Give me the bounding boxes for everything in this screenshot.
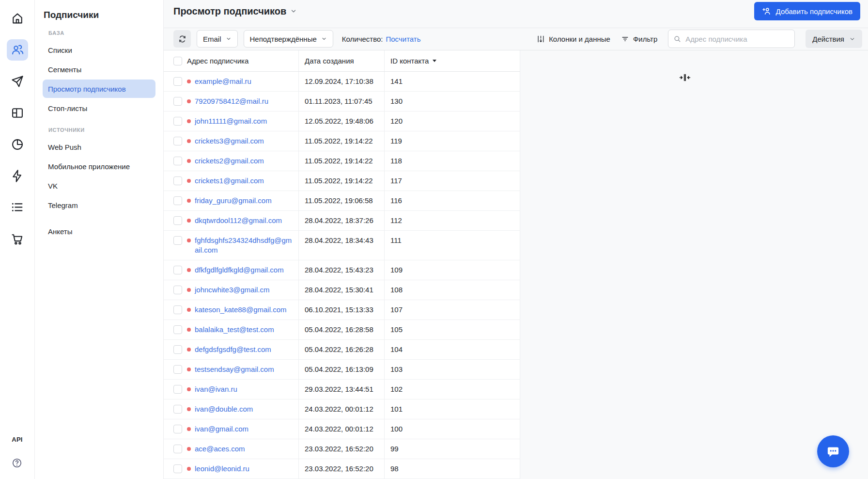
actions-button[interactable]: Действия xyxy=(806,30,862,48)
chat-bubble-icon xyxy=(825,443,841,460)
status-dot xyxy=(187,328,191,332)
status-dot xyxy=(187,427,191,431)
toolbar-right: Колонки и данные Фильтр Действия xyxy=(537,30,862,48)
sidebar-item-surveys[interactable]: Анкеты xyxy=(43,222,155,240)
row-checkbox[interactable] xyxy=(173,325,182,334)
chat-fab-button[interactable] xyxy=(817,435,849,467)
add-subscribers-button[interactable]: Добавить подписчиков xyxy=(754,2,860,20)
table-row: ivan@double.com 24.03.2022, 00:01:12 101 xyxy=(164,399,520,419)
row-checkbox[interactable] xyxy=(173,345,182,354)
api-link[interactable]: API xyxy=(12,436,22,443)
subscriber-email-link[interactable]: ace@aces.com xyxy=(195,444,245,454)
sidebar-item-segments[interactable]: Сегменты xyxy=(43,60,155,79)
contact-id-cell: 118 xyxy=(385,151,520,171)
contact-id-cell: 111 xyxy=(385,231,520,260)
subscriber-email-link[interactable]: john11111@gmail.com xyxy=(195,116,267,126)
row-checkbox[interactable] xyxy=(173,305,182,314)
sidebar-item-lists[interactable]: Списки xyxy=(43,41,155,59)
select-all-checkbox[interactable] xyxy=(173,57,182,65)
sidebar-item-web-push[interactable]: Web Push xyxy=(43,138,155,156)
subscriber-email-link[interactable]: ivan@gmail.com xyxy=(195,424,248,434)
column-header-id[interactable]: ID контакта xyxy=(390,56,436,66)
subscriber-email-link[interactable]: dfkfgdlfgldfkgld@gmail.com xyxy=(195,265,284,275)
subscriber-cell: crickets2@gmail.com xyxy=(164,151,299,171)
cart-icon[interactable] xyxy=(7,228,28,250)
table-row: crickets2@gmail.com 11.05.2022, 19:14:22… xyxy=(164,151,520,171)
subscriber-email-link[interactable]: ivan@double.com xyxy=(195,404,253,414)
subscriber-email-link[interactable]: crickets2@gmail.com xyxy=(195,156,264,166)
row-checkbox[interactable] xyxy=(173,176,182,185)
subscriber-email-link[interactable]: johncwhite3@gmail.cm xyxy=(195,285,269,295)
subscriber-cell: dfkfgdlfgldfkgld@gmail.com xyxy=(164,260,299,280)
row-checkbox[interactable] xyxy=(173,286,182,294)
home-icon[interactable] xyxy=(7,8,28,29)
subscriber-email-link[interactable]: kateson_kate88@gmail.com xyxy=(195,305,287,315)
sidebar-item-mobile-app[interactable]: Мобильное приложение xyxy=(43,157,155,176)
refresh-button[interactable] xyxy=(173,30,191,48)
subscriber-email-link[interactable]: friday_guru@gmail.com xyxy=(195,196,272,206)
page-title-dropdown[interactable]: Просмотр подписчиков xyxy=(173,6,297,17)
columns-and-data-button[interactable]: Колонки и данные xyxy=(537,35,610,43)
row-checkbox[interactable] xyxy=(173,97,182,106)
created-date-cell: 28.04.2022, 18:34:43 xyxy=(299,231,385,260)
subscribers-icon[interactable] xyxy=(7,39,28,61)
row-checkbox[interactable] xyxy=(173,216,182,225)
status-dot xyxy=(187,199,191,203)
send-icon[interactable] xyxy=(7,71,28,92)
subscriber-email-link[interactable]: balalaika_test@test.com xyxy=(195,325,274,335)
sidebar-item-stop-lists[interactable]: Стоп-листы xyxy=(43,99,155,117)
sidebar-item-view-subscribers[interactable]: Просмотр подписчиков xyxy=(43,80,155,98)
column-header-email[interactable]: Адрес подписчика xyxy=(187,56,248,66)
subscriber-email-link[interactable]: leonid@leonid.ru xyxy=(195,464,249,474)
subscriber-cell: balalaika_test@test.com xyxy=(164,320,299,339)
row-checkbox[interactable] xyxy=(173,405,182,414)
column-header-date[interactable]: Дата создания xyxy=(305,56,354,66)
table-row: ivan@gmail.com 24.03.2022, 00:01:12 100 xyxy=(164,419,520,439)
row-checkbox[interactable] xyxy=(173,196,182,205)
sidebar-item-vk[interactable]: VK xyxy=(43,176,155,195)
status-select[interactable]: Неподтверждённые xyxy=(244,30,333,48)
search-icon xyxy=(673,35,682,43)
sidebar-item-telegram[interactable]: Telegram xyxy=(43,196,155,214)
subscriber-cell: 79209758412@mail.ru xyxy=(164,92,299,111)
channel-select[interactable]: Email xyxy=(197,30,238,48)
row-checkbox[interactable] xyxy=(173,445,182,453)
layout-icon[interactable] xyxy=(7,102,28,124)
created-date-cell: 05.04.2022, 16:26:28 xyxy=(299,340,385,359)
search-input[interactable] xyxy=(685,35,790,43)
row-checkbox[interactable] xyxy=(173,137,182,145)
status-dot xyxy=(187,288,191,292)
subscriber-email-link[interactable]: crickets3@gmail.com xyxy=(195,136,264,146)
created-date-cell: 05.04.2022, 16:13:09 xyxy=(299,360,385,379)
created-date-cell: 11.05.2022, 19:14:22 xyxy=(299,171,385,191)
sort-desc-icon xyxy=(433,60,436,62)
row-checkbox[interactable] xyxy=(173,464,182,473)
subscriber-email-link[interactable]: fghfdsghfs234324dhsdfg@gmail.com xyxy=(195,236,293,255)
subscriber-email-link[interactable]: crickets1@gmail.com xyxy=(195,176,264,186)
row-checkbox[interactable] xyxy=(173,266,182,274)
row-checkbox[interactable] xyxy=(173,365,182,374)
pie-chart-icon[interactable] xyxy=(7,134,28,155)
row-checkbox[interactable] xyxy=(173,77,182,86)
subscriber-email-link[interactable]: testsendsay@gmail.com xyxy=(195,365,274,374)
filter-button[interactable]: Фильтр xyxy=(621,35,657,43)
table-row: ace@aces.com 23.03.2022, 16:52:20 99 xyxy=(164,439,520,459)
row-checkbox[interactable] xyxy=(173,385,182,394)
row-checkbox[interactable] xyxy=(173,236,182,245)
row-checkbox[interactable] xyxy=(173,117,182,126)
subscriber-email-link[interactable]: example@mail.ru xyxy=(195,77,251,86)
row-checkbox[interactable] xyxy=(173,157,182,165)
count-action-link[interactable]: Посчитать xyxy=(386,35,421,43)
lightning-icon[interactable] xyxy=(7,165,28,187)
table-body: example@mail.ru 12.09.2024, 17:10:38 141… xyxy=(164,72,520,479)
subscriber-email-link[interactable]: 79209758412@mail.ru xyxy=(195,96,268,106)
created-date-cell: 23.03.2022, 16:52:20 xyxy=(299,439,385,459)
main-header: Просмотр подписчиков Добавить подписчико… xyxy=(164,0,868,28)
row-checkbox[interactable] xyxy=(173,425,182,433)
subscriber-email-link[interactable]: ivan@ivan.ru xyxy=(195,384,237,394)
help-icon[interactable] xyxy=(12,458,22,468)
subscriber-email-link[interactable]: dkqtwrdool112@gmail.com xyxy=(195,216,282,225)
list-icon[interactable] xyxy=(7,197,28,218)
table-row: example@mail.ru 12.09.2024, 17:10:38 141 xyxy=(164,72,520,92)
subscriber-email-link[interactable]: defgdsfgsdfg@test.com xyxy=(195,345,271,354)
